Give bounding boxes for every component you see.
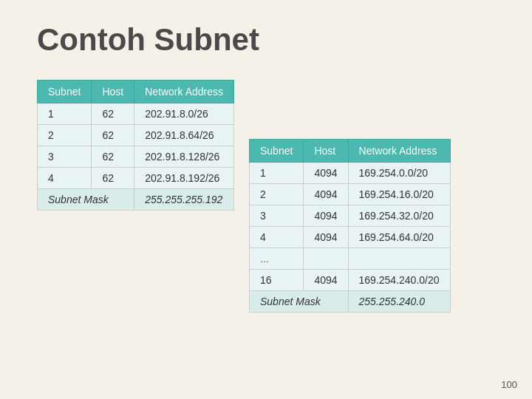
table1-subnet-mask-value: 255.255.255.192 [134,189,234,211]
table2-subnet-mask-label: Subnet Mask [250,291,349,313]
table2-col3-header: Network Address [348,140,450,163]
table2-r6c3: 169.254.240.0/20 [348,270,450,291]
table2-wrapper: Subnet Host Network Address 1 4094 169.2… [249,139,451,313]
table-row: 16 4094 169.254.240.0/20 [250,270,451,291]
table2-r1c1: 1 [250,163,304,184]
table2-r2c3: 169.254.16.0/20 [348,184,450,205]
table2-ellipsis-row: ... [250,248,451,270]
table2-r6c2: 4094 [304,270,348,291]
table2: Subnet Host Network Address 1 4094 169.2… [249,139,451,313]
table2-r3c3: 169.254.32.0/20 [348,205,450,227]
page-title: Contoh Subnet [0,0,532,72]
table-row: 3 4094 169.254.32.0/20 [250,205,451,227]
table2-ellipsis-c3 [348,248,450,270]
table1-r1c1: 1 [38,103,92,125]
table-row: 4 4094 169.254.64.0/20 [250,227,451,248]
table1-wrapper: Subnet Host Network Address 1 62 202.91.… [37,80,234,313]
table1-r3c3: 202.91.8.128/26 [134,146,234,168]
table2-ellipsis-c2 [304,248,348,270]
table2-r1c2: 4094 [304,163,348,184]
table2-r4c3: 169.254.64.0/20 [348,227,450,248]
table2-r6c1: 16 [250,270,304,291]
table2-header-row: Subnet Host Network Address [250,140,451,163]
table1: Subnet Host Network Address 1 62 202.91.… [37,80,234,211]
table1-r1c2: 62 [92,103,134,125]
table1-r3c1: 3 [38,146,92,168]
table2-col1-header: Subnet [250,140,304,163]
table-row: 1 62 202.91.8.0/26 [38,103,234,125]
table1-r4c3: 202.91.8.192/26 [134,168,234,189]
page-number: 100 [501,379,517,390]
table1-r4c1: 4 [38,168,92,189]
table1-col2-header: Host [92,81,134,103]
table1-r2c2: 62 [92,125,134,146]
tables-container: Subnet Host Network Address 1 62 202.91.… [0,72,532,320]
table1-col1-header: Subnet [38,81,92,103]
table1-r4c2: 62 [92,168,134,189]
table2-r4c2: 4094 [304,227,348,248]
table2-ellipsis: ... [250,248,304,270]
table1-r2c1: 2 [38,125,92,146]
table2-r3c2: 4094 [304,205,348,227]
table1-subnet-mask-label: Subnet Mask [38,189,134,211]
table2-subnet-mask-row: Subnet Mask 255.255.240.0 [250,291,451,313]
table2-r2c1: 2 [250,184,304,205]
table1-r2c3: 202.91.8.64/26 [134,125,234,146]
table2-r2c2: 4094 [304,184,348,205]
table1-col3-header: Network Address [134,81,234,103]
table1-subnet-mask-row: Subnet Mask 255.255.255.192 [38,189,234,211]
table2-r3c1: 3 [250,205,304,227]
table2-col2-header: Host [304,140,348,163]
table-row: 2 62 202.91.8.64/26 [38,125,234,146]
table2-r1c3: 169.254.0.0/20 [348,163,450,184]
table1-header-row: Subnet Host Network Address [38,81,234,103]
table1-r1c3: 202.91.8.0/26 [134,103,234,125]
table-row: 2 4094 169.254.16.0/20 [250,184,451,205]
table1-r3c2: 62 [92,146,134,168]
table2-r4c1: 4 [250,227,304,248]
table-row: 1 4094 169.254.0.0/20 [250,163,451,184]
table-row: 4 62 202.91.8.192/26 [38,168,234,189]
table2-subnet-mask-value: 255.255.240.0 [348,291,450,313]
table-row: 3 62 202.91.8.128/26 [38,146,234,168]
